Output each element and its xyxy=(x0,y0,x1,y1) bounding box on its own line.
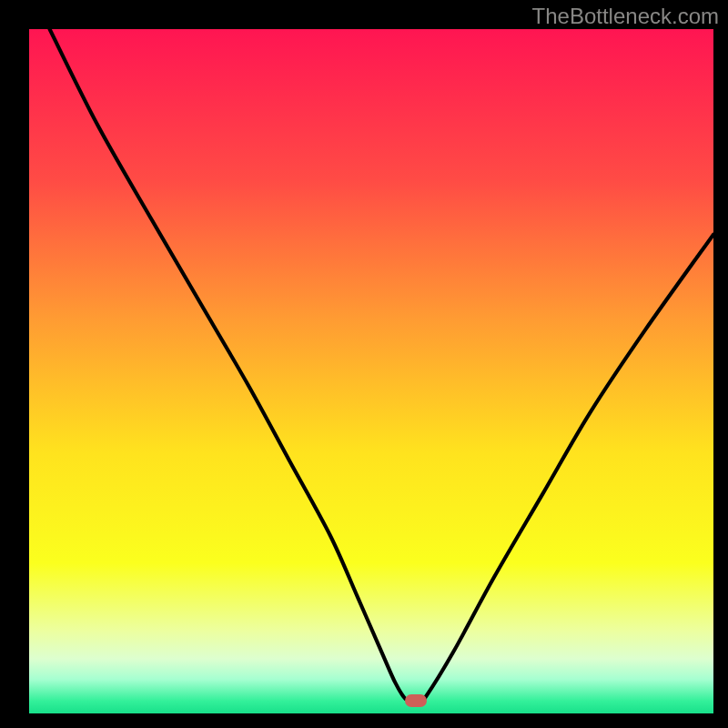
bottleneck-curve xyxy=(29,29,713,713)
curve-path xyxy=(50,29,713,702)
minimum-marker xyxy=(405,694,427,707)
attribution-text: TheBottleneck.com xyxy=(532,4,719,29)
chart-frame: TheBottleneck.com xyxy=(0,0,728,728)
plot-area xyxy=(29,29,713,713)
